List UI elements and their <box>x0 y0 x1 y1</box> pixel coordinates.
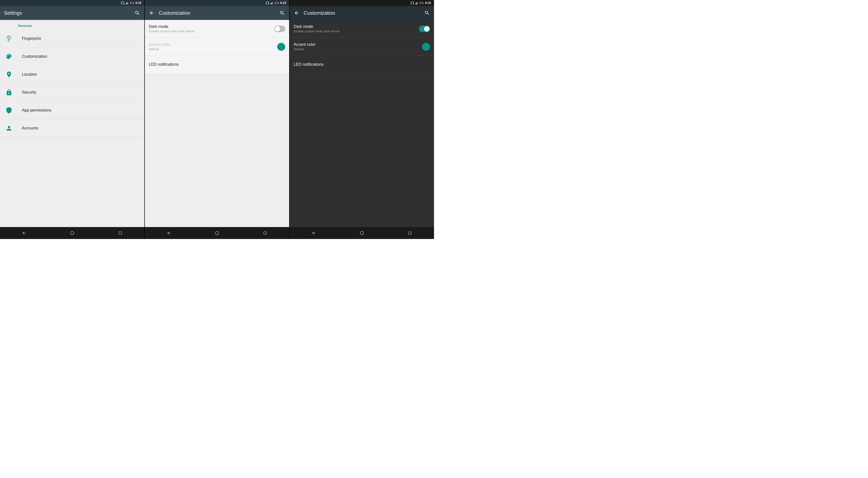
accent-color-item-light[interactable]: Accent color Default <box>145 38 289 56</box>
customization-light-panel: 9:15 Customization Dark mode Enable syst… <box>145 0 289 239</box>
svg-rect-1 <box>124 2 124 4</box>
settings-item-fingerprint[interactable]: Fingerprint <box>0 30 144 48</box>
search-button-3[interactable] <box>424 10 430 16</box>
svg-rect-3 <box>126 3 126 4</box>
dark-mode-item-dark[interactable]: Dark mode Enable system wide dark theme <box>290 20 434 38</box>
svg-rect-25 <box>413 2 414 4</box>
svg-point-22 <box>215 231 219 235</box>
security-label: Security <box>22 90 36 95</box>
customization-icon <box>4 52 14 61</box>
battery-icon <box>130 1 134 5</box>
dark-mode-knob-light <box>275 26 280 32</box>
svg-rect-14 <box>266 2 269 4</box>
dark-mode-toggle-light[interactable] <box>274 26 285 32</box>
status-time-1: 9:15 <box>135 1 141 5</box>
accent-color-item-dark[interactable]: Accent color Default <box>290 38 434 56</box>
bottom-nav-1 <box>0 227 144 239</box>
recents-button-2[interactable] <box>260 228 270 238</box>
svg-rect-9 <box>130 2 131 4</box>
customization-content-dark: Dark mode Enable system wide dark theme … <box>290 20 434 227</box>
location-label: Location <box>22 72 37 77</box>
recents-button-1[interactable] <box>115 228 125 238</box>
signal-icon-3 <box>415 1 418 5</box>
accounts-icon <box>4 123 14 133</box>
svg-rect-23 <box>264 232 267 235</box>
back-button-dark[interactable] <box>293 10 300 16</box>
svg-rect-16 <box>271 3 272 4</box>
svg-rect-12 <box>266 2 266 4</box>
search-button-1[interactable] <box>134 10 141 16</box>
app-permissions-icon <box>4 105 14 115</box>
security-icon <box>4 87 14 97</box>
personal-section-header: Personal <box>0 20 144 30</box>
svg-rect-33 <box>420 2 421 4</box>
home-button-3[interactable] <box>357 228 367 238</box>
svg-rect-26 <box>411 2 413 4</box>
svg-rect-28 <box>416 3 416 4</box>
svg-rect-29 <box>416 2 417 4</box>
customization-top-bar-light: Customization <box>145 6 289 20</box>
dark-mode-title-light: Dark mode <box>149 24 274 29</box>
svg-rect-17 <box>272 2 272 4</box>
settings-item-customization[interactable]: Customization <box>0 48 144 65</box>
search-button-2[interactable] <box>279 10 285 16</box>
svg-rect-2 <box>121 2 124 4</box>
svg-point-10 <box>70 231 74 235</box>
svg-rect-18 <box>273 2 273 4</box>
svg-rect-27 <box>415 3 416 4</box>
app-permissions-label: App permissions <box>22 108 51 113</box>
status-bar-3: 9:15 <box>290 0 434 6</box>
fingerprint-label: Fingerprint <box>22 36 41 41</box>
svg-rect-21 <box>275 2 276 4</box>
status-time-3: 9:15 <box>425 1 431 5</box>
vibrate-icon-2 <box>266 1 269 5</box>
svg-rect-24 <box>411 2 411 4</box>
signal-icon <box>125 1 129 5</box>
svg-rect-30 <box>417 2 418 4</box>
recents-button-3[interactable] <box>405 228 415 238</box>
settings-item-security[interactable]: Security <box>0 83 144 101</box>
fingerprint-icon <box>4 34 14 43</box>
dark-mode-title-dark: Dark mode <box>293 24 419 29</box>
back-button-1[interactable] <box>19 228 29 238</box>
led-notifications-item-light[interactable]: LED notifications <box>145 56 289 74</box>
signal-icon-2 <box>270 1 274 5</box>
svg-rect-20 <box>278 2 279 3</box>
location-icon <box>4 69 14 80</box>
status-icons-3 <box>411 1 424 5</box>
svg-rect-11 <box>119 232 122 235</box>
dark-mode-knob-dark <box>424 26 430 32</box>
battery-icon-2 <box>275 1 279 5</box>
back-button-light[interactable] <box>149 10 155 16</box>
dark-mode-sub-light: Enable system wide dark theme <box>149 29 274 33</box>
settings-item-app-permissions[interactable]: App permissions <box>0 101 144 119</box>
settings-item-accounts[interactable]: Accounts <box>0 119 144 137</box>
accent-color-dot-dark <box>422 43 430 51</box>
led-notifications-item-dark[interactable]: LED notifications <box>290 56 434 74</box>
svg-rect-32 <box>423 2 424 3</box>
home-button-1[interactable] <box>67 228 77 238</box>
led-notifications-title-dark: LED notifications <box>293 62 430 67</box>
customization-content-light: Dark mode Enable system wide dark theme … <box>145 20 289 227</box>
accounts-label: Accounts <box>22 126 38 130</box>
dark-mode-toggle-dark[interactable] <box>419 26 430 32</box>
dark-mode-item-light[interactable]: Dark mode Enable system wide dark theme <box>145 20 289 38</box>
status-icons-2 <box>266 1 279 5</box>
bottom-nav-2 <box>145 227 289 239</box>
vibrate-icon-3 <box>411 1 414 5</box>
led-notifications-title-light: LED notifications <box>149 62 285 67</box>
accent-color-title-dark: Accent color <box>293 42 422 47</box>
customization-dark-panel: 9:15 Customization Dark mode Enable syst… <box>290 0 434 239</box>
status-time-2: 9:15 <box>280 1 286 5</box>
home-button-2[interactable] <box>212 228 222 238</box>
settings-top-bar: Settings <box>0 6 144 20</box>
svg-rect-35 <box>409 232 411 235</box>
svg-rect-8 <box>133 2 134 3</box>
settings-item-location[interactable]: Location <box>0 65 144 83</box>
svg-rect-6 <box>128 2 128 4</box>
back-button-2[interactable] <box>164 228 174 238</box>
accent-color-dot-light <box>277 43 285 51</box>
svg-rect-5 <box>127 2 127 4</box>
svg-rect-4 <box>126 3 127 4</box>
back-button-3[interactable] <box>309 228 319 238</box>
